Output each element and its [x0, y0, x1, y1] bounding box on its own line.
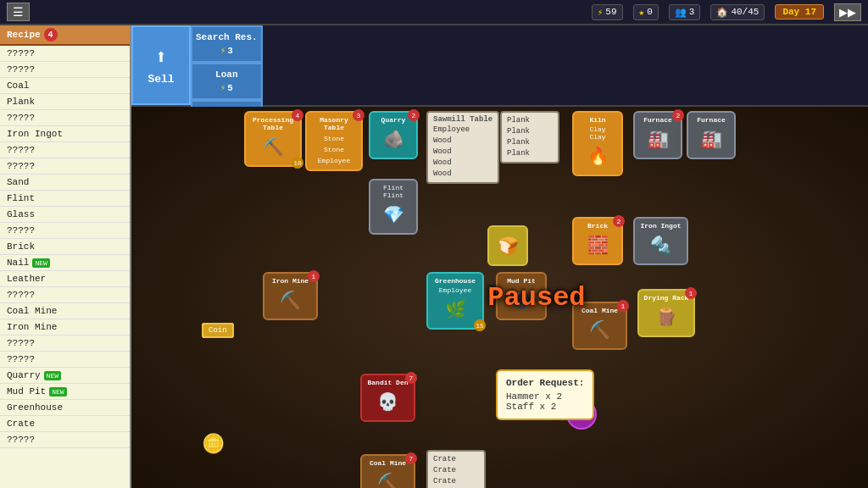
- sidebar-item-23[interactable]: Crate: [0, 416, 130, 432]
- processing-table-img: ⛏️: [259, 133, 287, 160]
- action-cost-1: ⚡5: [220, 82, 233, 93]
- sidebar-item-10[interactable]: Glass: [0, 207, 130, 223]
- house-icon: 🏠: [716, 7, 728, 18]
- sidebar-item-18[interactable]: ?????: [0, 336, 130, 352]
- sidebar-item-16[interactable]: Coal Mine: [0, 303, 130, 319]
- brick-card[interactable]: Brick 🧱 2: [572, 217, 623, 265]
- mud-pit-title: Mud Pit: [501, 277, 542, 285]
- kiln-card[interactable]: Kiln ClayClay 🔥: [572, 111, 623, 176]
- action-label-0: Search Res.: [196, 32, 258, 42]
- plank4: Plank: [507, 148, 553, 159]
- sidebar-item-6[interactable]: ?????: [0, 142, 130, 158]
- action-buttons-container: Search Res.⚡3Loan⚡5Take Order⚡6Research⚡…: [191, 25, 263, 105]
- furnace1-img: 🏭: [644, 125, 671, 152]
- sidebar-item-22[interactable]: Greenhouse: [0, 400, 130, 416]
- sidebar-item-19[interactable]: ?????: [0, 352, 130, 368]
- masonry-table-level: 3: [353, 109, 364, 121]
- plank-list-card[interactable]: Plank Plank Plank Plank: [500, 111, 559, 164]
- sidebar-item-24[interactable]: ?????: [0, 432, 130, 448]
- coal-mine2-img: ⛏️: [375, 469, 402, 488]
- sidebar-item-7[interactable]: ?????: [0, 158, 130, 175]
- processing-table-title: ProcessingTable: [249, 116, 297, 131]
- sidebar-item-3[interactable]: Plank: [0, 94, 130, 110]
- sidebar-item-17[interactable]: Iron Mine: [0, 319, 130, 336]
- action-btn-loan[interactable]: Loan⚡5: [191, 63, 263, 100]
- processing-table-card[interactable]: ProcessingTable ⛏️ 4 10: [244, 111, 302, 167]
- crate-list-card[interactable]: Crate Crate Crate Crate Crate: [426, 450, 486, 488]
- furnace1-level: 2: [672, 109, 684, 121]
- quarry-img: 🪨: [380, 125, 407, 152]
- bandit-den-level: 7: [405, 372, 417, 384]
- worker-stat: 👥 3: [669, 4, 701, 20]
- sidebar-item-15[interactable]: ?????: [0, 287, 130, 303]
- quarry-card[interactable]: Quarry 🪨 2: [369, 111, 418, 159]
- day-badge: Day 17: [775, 4, 824, 19]
- mud-pit-card[interactable]: Mud Pit ⚫: [496, 272, 547, 320]
- nav-forward-button[interactable]: ▶▶: [834, 3, 861, 21]
- greenhouse-count: 15: [474, 319, 486, 331]
- order-tooltip-title: Order Request:: [506, 378, 584, 388]
- greenhouse-card[interactable]: Greenhouse Employee 🌿 15: [426, 272, 484, 330]
- coin-6[interactable]: Coin: [202, 323, 234, 338]
- quarry-title: Quarry: [374, 116, 413, 124]
- lightning-icon: ⚡: [220, 82, 226, 93]
- lightning-icon: ⚡: [220, 45, 226, 56]
- sidebar-item-12[interactable]: Brick: [0, 239, 130, 255]
- action-label-1: Loan: [215, 69, 237, 80]
- action-cost-0: ⚡3: [220, 45, 233, 56]
- furnace-card-1[interactable]: Furnace 🏭 2: [633, 111, 682, 159]
- coal-mine1-level: 1: [617, 300, 629, 312]
- worker-icon: 👥: [675, 7, 687, 18]
- sidebar-item-14[interactable]: Leather: [0, 271, 130, 287]
- sidebar-item-9[interactable]: Flint: [0, 191, 130, 207]
- sawmill-wood2: Wood: [433, 147, 492, 158]
- mud-pit-img: ⚫: [508, 286, 535, 313]
- bandit-den-card[interactable]: Bandit Den 💀 7: [360, 374, 415, 422]
- furnace2-img: 🏭: [698, 125, 725, 152]
- sell-button[interactable]: ⬆ Sell: [131, 25, 191, 105]
- sawmill-table-card[interactable]: Sawmill Table Employee Wood Wood Wood Wo…: [426, 111, 499, 184]
- greenhouse-employee: Employee: [431, 286, 479, 294]
- flint-contents: FlintFlint: [374, 184, 413, 199]
- iron-mine-card[interactable]: Iron Mine ⛏️ 1: [263, 272, 318, 320]
- iron-mine-title: Iron Mine: [268, 277, 313, 285]
- action-bar: ⬆ Sell Search Res.⚡3Loan⚡5Take Order⚡6Re…: [131, 25, 868, 107]
- flint-card[interactable]: FlintFlint 💎: [369, 179, 418, 235]
- food-card[interactable]: 🍞: [487, 225, 528, 266]
- masonry-table-title: Masonry Table: [310, 116, 358, 131]
- crate2: Crate: [433, 465, 479, 476]
- menu-button[interactable]: ☰: [7, 3, 30, 21]
- coal-mine1-img: ⛏️: [587, 316, 614, 343]
- furnace-card-2[interactable]: Furnace 🏭: [687, 111, 736, 159]
- sidebar-item-5[interactable]: Iron Ingot: [0, 126, 130, 142]
- coal-mine-card-1[interactable]: Coal Mine ⛏️ 1: [572, 302, 627, 350]
- sidebar-item-8[interactable]: Sand: [0, 175, 130, 191]
- kiln-title: Kiln: [577, 116, 618, 124]
- drying-rack-title: Drying Rack: [643, 294, 690, 302]
- sidebar-item-13[interactable]: NailNEW: [0, 255, 130, 271]
- sawmill-wood4: Wood: [433, 169, 492, 180]
- sidebar-item-4[interactable]: ?????: [0, 110, 130, 126]
- drying-rack-card[interactable]: Drying Rack 🪵 1: [637, 289, 695, 337]
- star-stat: ★ 0: [633, 4, 659, 20]
- iron-ingot-card[interactable]: Iron Ingot 🔩: [633, 217, 688, 265]
- main-area: Recipe 4 ??????????CoalPlank?????Iron In…: [0, 25, 868, 488]
- sidebar-item-0[interactable]: ?????: [0, 46, 130, 62]
- drying-rack-img: 🪵: [653, 303, 680, 330]
- worker-value: 3: [689, 7, 695, 17]
- sidebar-item-1[interactable]: ?????: [0, 62, 130, 78]
- game-area[interactable]: Paused ProcessingTable ⛏️ 4 10 Masonry T…: [131, 107, 868, 488]
- sidebar-item-20[interactable]: QuarryNEW: [0, 368, 130, 384]
- iron-mine-img: ⛏️: [277, 286, 304, 313]
- order-tooltip: Order Request: Hammer x 2 Staff x 2: [496, 369, 594, 420]
- action-btn-search-res.[interactable]: Search Res.⚡3: [191, 25, 263, 63]
- sidebar-item-21[interactable]: Mud PitNEW: [0, 384, 130, 400]
- coal-mine-card-2[interactable]: Coal Mine ⛏️ 7: [360, 454, 415, 488]
- star-icon: ★: [639, 7, 645, 18]
- sidebar-item-2[interactable]: Coal: [0, 78, 130, 94]
- sidebar-item-11[interactable]: ?????: [0, 223, 130, 239]
- kiln-img: 🔥: [584, 142, 611, 169]
- furnace1-title: Furnace: [638, 116, 677, 124]
- processing-table-count: 10: [292, 157, 303, 169]
- masonry-table-card[interactable]: Masonry Table StoneStoneEmployee 3: [305, 111, 363, 171]
